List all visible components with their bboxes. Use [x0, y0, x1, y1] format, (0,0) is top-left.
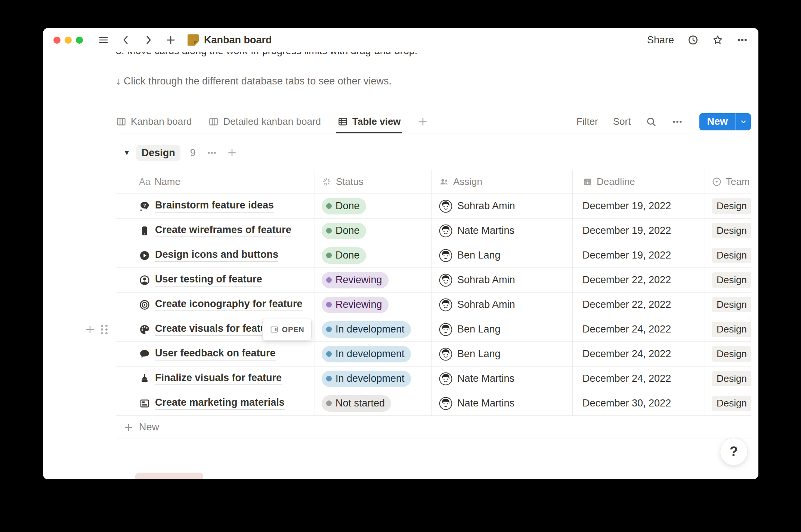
task-name-cell[interactable]: Create marketing materials	[116, 391, 315, 415]
assign-cell[interactable]: Ben Lang	[432, 342, 573, 366]
group-options-icon[interactable]	[206, 147, 217, 158]
assign-cell[interactable]: Ben Lang	[432, 317, 573, 341]
deadline-cell[interactable]: December 24, 2022	[573, 366, 705, 391]
filter-button[interactable]: Filter	[576, 116, 598, 127]
add-view-button[interactable]	[417, 116, 429, 127]
tab-detailed-kanban-board[interactable]: Detailed kanban board	[208, 110, 321, 133]
drag-handle-icon[interactable]	[101, 325, 108, 334]
status-cell[interactable]: Not started	[315, 391, 432, 415]
team-cell[interactable]: Design	[705, 391, 751, 415]
status-cell[interactable]: Reviewing	[315, 293, 432, 317]
status-badge[interactable]: Done	[322, 223, 366, 239]
new-button[interactable]: New	[699, 113, 751, 130]
task-name-cell[interactable]: Create wireframes of feature	[116, 219, 315, 243]
task-title[interactable]: Create marketing materials	[155, 397, 285, 410]
add-row-icon[interactable]	[84, 324, 96, 335]
task-title[interactable]: Create iconography for feature	[155, 298, 303, 311]
deadline-cell[interactable]: December 24, 2022	[573, 317, 705, 341]
group-name-badge[interactable]: Design	[136, 145, 180, 161]
table-row[interactable]: ?Brainstorm feature ideasDoneSohrab Amin…	[116, 194, 751, 219]
status-badge[interactable]: In development	[322, 371, 411, 387]
task-title[interactable]: Finalize visuals for feature	[155, 372, 282, 385]
status-cell[interactable]: Done	[315, 219, 432, 243]
group-add-icon[interactable]	[226, 147, 238, 158]
status-badge[interactable]: Not started	[322, 395, 391, 412]
team-cell[interactable]: Design	[705, 194, 751, 218]
team-cell[interactable]: Design	[705, 219, 751, 243]
status-badge[interactable]: Reviewing	[322, 297, 389, 313]
zoom-window-button[interactable]	[76, 37, 83, 44]
share-button[interactable]: Share	[647, 34, 674, 46]
table-row[interactable]: Create marketing materialsNot startedNat…	[116, 391, 751, 416]
collapse-group-icon[interactable]: ▼	[123, 149, 130, 157]
team-cell[interactable]: Design	[705, 243, 751, 267]
table-row[interactable]: User testing of featureReviewingSohrab A…	[116, 268, 751, 293]
status-badge[interactable]: In development	[322, 346, 411, 362]
tab-table-view[interactable]: Table view	[337, 110, 401, 133]
deadline-cell[interactable]: December 22, 2022	[573, 268, 705, 292]
status-badge[interactable]: In development	[322, 321, 411, 338]
team-cell[interactable]: Design	[705, 342, 751, 366]
table-row[interactable]: Create iconography for featureReviewingS…	[116, 293, 751, 317]
assign-cell[interactable]: Sohrab Amin	[432, 293, 573, 317]
table-row[interactable]: User feedback on featureIn developmentBe…	[116, 342, 751, 366]
task-title[interactable]: User feedback on feature	[155, 347, 276, 361]
open-button[interactable]: OPEN	[262, 319, 312, 340]
table-row[interactable]: Create visuals for featureIn development…	[116, 317, 751, 342]
status-badge[interactable]: Done	[322, 198, 366, 214]
forward-icon[interactable]	[143, 34, 154, 46]
back-icon[interactable]	[120, 34, 132, 46]
task-name-cell[interactable]: Create iconography for feature	[116, 293, 315, 317]
task-name-cell[interactable]: ?Brainstorm feature ideas	[116, 194, 315, 218]
column-header-name[interactable]: AaName	[116, 170, 315, 194]
assign-cell[interactable]: Sohrab Amin	[432, 194, 573, 218]
status-badge[interactable]: Done	[322, 247, 366, 264]
sidebar-menu-icon[interactable]	[98, 34, 109, 46]
table-row[interactable]: Design icons and buttonsDoneBen LangDece…	[116, 243, 751, 268]
favorite-star-icon[interactable]	[712, 34, 723, 46]
more-options-icon[interactable]	[737, 34, 748, 46]
task-title[interactable]: Create visuals for feature	[155, 323, 276, 336]
column-header-team[interactable]: Team	[705, 170, 751, 194]
task-name-cell[interactable]: Design icons and buttons	[116, 243, 315, 267]
deadline-cell[interactable]: December 19, 2022	[573, 243, 705, 267]
table-row[interactable]: Finalize visuals for featureIn developme…	[116, 366, 751, 391]
task-name-cell[interactable]: Finalize visuals for feature	[116, 366, 315, 391]
task-title[interactable]: Design icons and buttons	[155, 249, 278, 262]
sort-button[interactable]: Sort	[613, 116, 631, 127]
search-icon[interactable]	[646, 116, 657, 127]
assign-cell[interactable]: Nate Martins	[432, 366, 573, 391]
close-window-button[interactable]	[53, 37, 61, 44]
team-cell[interactable]: Design	[705, 366, 751, 391]
column-header-assign[interactable]: Assign	[432, 170, 573, 194]
view-options-icon[interactable]	[672, 116, 683, 127]
assign-cell[interactable]: Ben Lang	[432, 243, 573, 267]
status-cell[interactable]: In development	[315, 342, 432, 366]
history-clock-icon[interactable]	[687, 34, 699, 46]
assign-cell[interactable]: Nate Martins	[432, 391, 573, 415]
task-title[interactable]: User testing of feature	[155, 273, 262, 287]
status-badge[interactable]: Reviewing	[322, 272, 389, 288]
minimize-window-button[interactable]	[65, 37, 72, 44]
deadline-cell[interactable]: December 22, 2022	[573, 293, 705, 317]
team-cell[interactable]: Design	[705, 317, 751, 341]
deadline-cell[interactable]: December 24, 2022	[573, 342, 705, 366]
status-cell[interactable]: Reviewing	[315, 268, 432, 292]
status-cell[interactable]: Done	[315, 194, 432, 218]
status-cell[interactable]: In development	[315, 317, 432, 341]
new-button-label[interactable]: New	[699, 113, 735, 130]
task-title[interactable]: Brainstorm feature ideas	[155, 200, 274, 213]
column-header-status[interactable]: Status	[315, 170, 432, 194]
assign-cell[interactable]: Sohrab Amin	[432, 268, 573, 292]
new-tab-icon[interactable]	[165, 34, 176, 46]
status-cell[interactable]: Done	[315, 243, 432, 267]
team-cell[interactable]: Design	[705, 293, 751, 317]
status-cell[interactable]: In development	[315, 366, 432, 391]
new-row-button[interactable]: New	[116, 416, 751, 439]
task-title[interactable]: Create wireframes of feature	[155, 224, 291, 237]
column-header-deadline[interactable]: Deadline	[573, 170, 705, 194]
tab-kanban-board[interactable]: Kanban board	[116, 110, 192, 133]
deadline-cell[interactable]: December 30, 2022	[573, 391, 705, 415]
task-name-cell[interactable]: User testing of feature	[116, 268, 315, 292]
table-row[interactable]: Create wireframes of featureDoneNate Mar…	[116, 219, 751, 243]
